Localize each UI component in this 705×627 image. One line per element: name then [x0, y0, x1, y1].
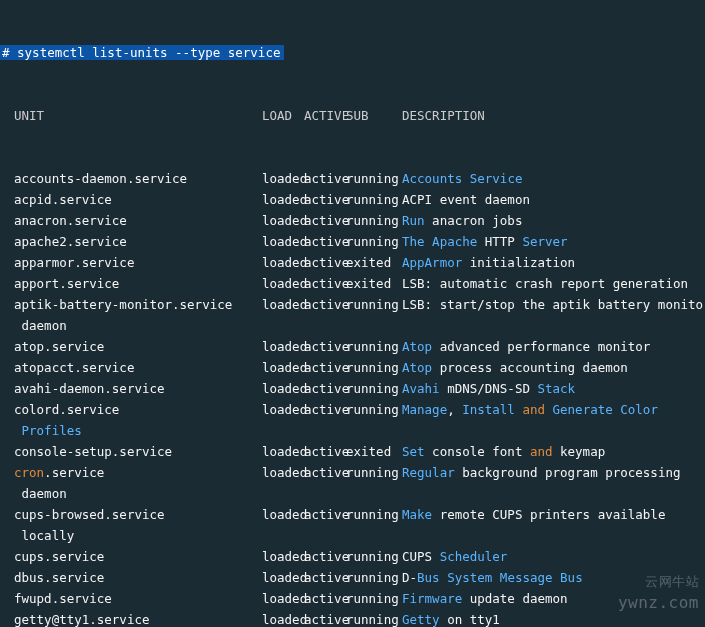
- sub: running: [346, 588, 402, 609]
- description: Set console font and keymap: [402, 444, 605, 459]
- description: Regular background program processing: [402, 465, 680, 480]
- description: Accounts Service: [402, 171, 522, 186]
- active: active: [304, 378, 346, 399]
- load: loaded: [262, 441, 304, 462]
- active: active: [304, 189, 346, 210]
- service-row: avahi-daemon.serviceloadedactiverunningA…: [0, 378, 705, 399]
- sub: running: [346, 462, 402, 483]
- sub: exited: [346, 441, 402, 462]
- service-row: atop.serviceloadedactiverunningAtop adva…: [0, 336, 705, 357]
- sub: running: [346, 567, 402, 588]
- unit-name: aptik-battery-monitor.service: [14, 294, 262, 315]
- service-row: fwupd.serviceloadedactiverunningFirmware…: [0, 588, 705, 609]
- load: loaded: [262, 210, 304, 231]
- service-row: aptik-battery-monitor.serviceloadedactiv…: [0, 294, 705, 315]
- sub: running: [346, 168, 402, 189]
- description: Atop process accounting daemon: [402, 360, 628, 375]
- unit-name: accounts-daemon.service: [14, 168, 262, 189]
- active: active: [304, 168, 346, 189]
- description: LSB: start/stop the aptik battery monito…: [402, 297, 705, 312]
- service-row: cups-browsed.serviceloadedactiverunningM…: [0, 504, 705, 525]
- load: loaded: [262, 462, 304, 483]
- service-row: apparmor.serviceloadedactiveexitedAppArm…: [0, 252, 705, 273]
- service-row: colord.serviceloadedactiverunningManage,…: [0, 399, 705, 420]
- description: AppArmor initialization: [402, 255, 575, 270]
- unit-name: dbus.service: [14, 567, 262, 588]
- unit-name: cups-browsed.service: [14, 504, 262, 525]
- sub: running: [346, 546, 402, 567]
- active: active: [304, 231, 346, 252]
- description: CUPS Scheduler: [402, 549, 507, 564]
- description-wrap: daemon: [0, 483, 705, 504]
- load: loaded: [262, 168, 304, 189]
- active: active: [304, 546, 346, 567]
- description: D-Bus System Message Bus: [402, 570, 583, 585]
- service-row: acpid.serviceloadedactiverunningACPI eve…: [0, 189, 705, 210]
- description: ACPI event daemon: [402, 192, 530, 207]
- description: Avahi mDNS/DNS-SD Stack: [402, 381, 575, 396]
- description: Manage, Install and Generate Color: [402, 402, 658, 417]
- load: loaded: [262, 189, 304, 210]
- service-row: dbus.serviceloadedactiverunningD-Bus Sys…: [0, 567, 705, 588]
- load: loaded: [262, 609, 304, 627]
- active: active: [304, 273, 346, 294]
- load: loaded: [262, 588, 304, 609]
- unit-name: console-setup.service: [14, 441, 262, 462]
- sub: exited: [346, 273, 402, 294]
- unit-name: acpid.service: [14, 189, 262, 210]
- sub: running: [346, 231, 402, 252]
- service-row: anacron.serviceloadedactiverunningRun an…: [0, 210, 705, 231]
- service-row: getty@tty1.serviceloadedactiverunningGet…: [0, 609, 705, 627]
- sub: running: [346, 357, 402, 378]
- description: Getty on tty1: [402, 612, 500, 627]
- unit-name: cron.service: [14, 462, 262, 483]
- description: Atop advanced performance monitor: [402, 339, 650, 354]
- unit-name: colord.service: [14, 399, 262, 420]
- load: loaded: [262, 231, 304, 252]
- active: active: [304, 294, 346, 315]
- load: loaded: [262, 399, 304, 420]
- load: loaded: [262, 336, 304, 357]
- unit-name: cups.service: [14, 546, 262, 567]
- unit-name: apport.service: [14, 273, 262, 294]
- load: loaded: [262, 567, 304, 588]
- service-row: accounts-daemon.serviceloadedactiverunni…: [0, 168, 705, 189]
- load: loaded: [262, 252, 304, 273]
- active: active: [304, 399, 346, 420]
- sub: running: [346, 609, 402, 627]
- header-row: UNITLOADACTIVESUBDESCRIPTION: [0, 105, 705, 126]
- load: loaded: [262, 273, 304, 294]
- load: loaded: [262, 357, 304, 378]
- sub: exited: [346, 252, 402, 273]
- unit-name: apache2.service: [14, 231, 262, 252]
- unit-name: getty@tty1.service: [14, 609, 262, 627]
- command-line: # systemctl list-units --type service: [0, 42, 705, 63]
- active: active: [304, 336, 346, 357]
- sub: running: [346, 504, 402, 525]
- service-row: atopacct.serviceloadedactiverunningAtop …: [0, 357, 705, 378]
- unit-name: avahi-daemon.service: [14, 378, 262, 399]
- load: loaded: [262, 546, 304, 567]
- sub: running: [346, 210, 402, 231]
- description: Make remote CUPS printers available: [402, 507, 665, 522]
- service-row: console-setup.serviceloadedactiveexitedS…: [0, 441, 705, 462]
- active: active: [304, 210, 346, 231]
- unit-name: apparmor.service: [14, 252, 262, 273]
- sub: running: [346, 399, 402, 420]
- sub: running: [346, 378, 402, 399]
- service-row: apport.serviceloadedactiveexitedLSB: aut…: [0, 273, 705, 294]
- active: active: [304, 567, 346, 588]
- service-row: cron.serviceloadedactiverunningRegular b…: [0, 462, 705, 483]
- active: active: [304, 252, 346, 273]
- service-row: cups.serviceloadedactiverunningCUPS Sche…: [0, 546, 705, 567]
- description-wrap: daemon: [0, 315, 705, 336]
- terminal-output[interactable]: # systemctl list-units --type service UN…: [0, 0, 705, 627]
- active: active: [304, 357, 346, 378]
- description-wrap: locally: [0, 525, 705, 546]
- description: LSB: automatic crash report generation: [402, 276, 688, 291]
- active: active: [304, 504, 346, 525]
- unit-name: atop.service: [14, 336, 262, 357]
- sub: running: [346, 294, 402, 315]
- description: Firmware update daemon: [402, 591, 568, 606]
- description-wrap: Profiles: [0, 420, 705, 441]
